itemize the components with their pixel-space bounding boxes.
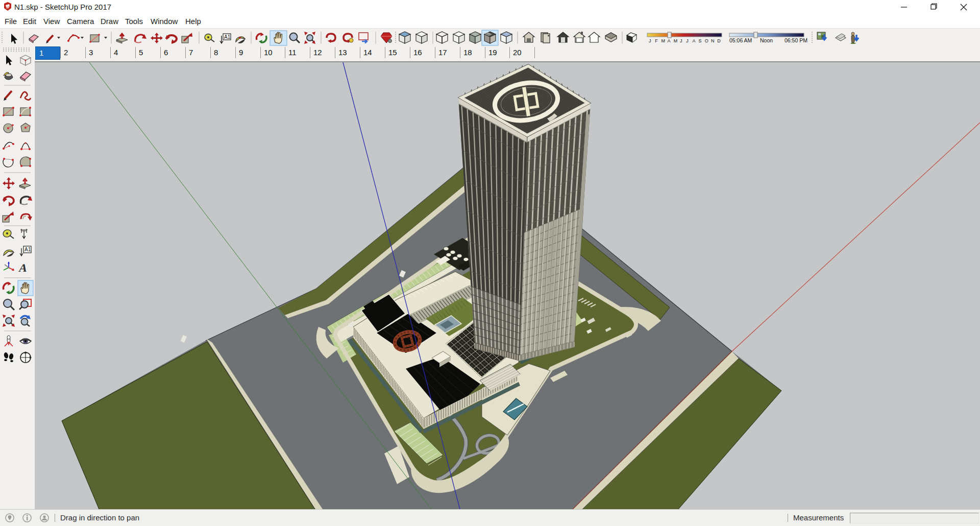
svg-text:Noon: Noon <box>760 37 773 43</box>
svg-text:M: M <box>661 38 665 43</box>
svg-text:J: J <box>680 38 682 43</box>
svg-text:F: F <box>655 38 658 43</box>
svg-text:J: J <box>686 38 689 43</box>
svg-text:A: A <box>692 38 695 43</box>
svg-text:A1: A1 <box>24 247 31 252</box>
svg-text:S: S <box>699 38 702 43</box>
svg-text:M: M <box>674 38 678 43</box>
svg-text:A: A <box>668 38 671 43</box>
svg-text:A1: A1 <box>224 34 231 40</box>
svg-text:D: D <box>717 38 721 43</box>
svg-text:A: A <box>18 261 29 274</box>
svg-text:N: N <box>711 38 715 43</box>
svg-text:O: O <box>705 38 708 43</box>
svg-text:05:06 AM: 05:06 AM <box>729 37 752 43</box>
svg-text:J: J <box>649 38 651 43</box>
svg-text:06:50 PM: 06:50 PM <box>785 37 807 43</box>
